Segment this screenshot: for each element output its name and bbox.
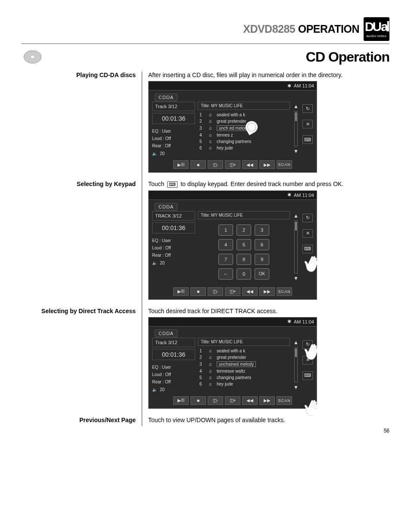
keypad-6[interactable]: 6 xyxy=(255,239,269,250)
row4-description: Touch to view UP/DOWN pages of available… xyxy=(148,417,389,423)
up-arrow-icon[interactable]: ▲ xyxy=(293,103,299,109)
mode-badge: CDDA xyxy=(155,203,177,211)
note-icon: ♫ xyxy=(207,139,213,144)
keypad-icon[interactable]: ⌨ xyxy=(302,245,313,253)
keypad-4[interactable]: 4 xyxy=(218,239,233,250)
down-arrow-icon[interactable]: ▼ xyxy=(293,384,299,390)
keypad-9[interactable]: 9 xyxy=(255,254,269,265)
clock: AM 11:04 xyxy=(294,193,314,198)
track-number: 1 xyxy=(199,112,204,117)
screenshot-cdda-list: ✱AM 11:04 CDDA Track 3/12 00:01:36 EQ : … xyxy=(148,81,317,173)
next-button[interactable]: ▶▶ xyxy=(259,396,275,405)
eq-setting: EQ : User xyxy=(152,128,195,135)
prev-button[interactable]: ◀◀ xyxy=(242,287,258,296)
stop-button[interactable]: ■ xyxy=(190,287,206,296)
prev-button[interactable]: ◀◀ xyxy=(242,160,258,169)
down-arrow-icon[interactable]: ▼ xyxy=(293,275,299,281)
keypad-inline-icon: ⌨ xyxy=(167,181,177,188)
folder-down-button[interactable]: ◫- xyxy=(208,287,223,296)
scroll-bar[interactable]: ▲▼ xyxy=(293,102,299,156)
bluetooth-icon: ✱ xyxy=(287,83,291,89)
up-arrow-icon[interactable]: ▲ xyxy=(293,339,299,345)
touch-hand-icon xyxy=(306,343,321,361)
track-number: 4 xyxy=(199,133,204,137)
touch-hand-icon xyxy=(306,255,321,273)
track-name: sealed with a k xyxy=(217,348,245,353)
repeat-icon[interactable]: ↻ xyxy=(302,214,313,222)
note-icon: ♫ xyxy=(207,112,213,117)
track-name: great pretender xyxy=(217,355,246,360)
keypad-ok[interactable]: OK xyxy=(255,268,269,280)
track-row[interactable]: 4♫tennes z xyxy=(198,132,290,138)
scan-button[interactable]: SCAN xyxy=(277,396,292,405)
keypad-icon[interactable]: ⌨ xyxy=(302,371,313,380)
track-row[interactable]: 2♫great pretender xyxy=(198,354,290,361)
shuffle-icon[interactable]: ✕ xyxy=(302,120,313,128)
note-icon: ♫ xyxy=(207,382,213,386)
page-number: 56 xyxy=(22,428,389,434)
keypad-0[interactable]: 0 xyxy=(237,268,251,280)
next-button[interactable]: ▶▶ xyxy=(259,160,275,169)
folder-down-button[interactable]: ◫- xyxy=(208,396,223,405)
track-number: 6 xyxy=(199,146,204,150)
note-icon: ♫ xyxy=(207,126,213,131)
elapsed-time: 00:01:36 xyxy=(152,222,195,233)
track-row[interactable]: 4♫tennesse waltz xyxy=(198,368,290,374)
keypad-icon[interactable]: ⌨ xyxy=(302,135,313,144)
row1-description: After inserting a CD disc, files will pl… xyxy=(148,72,389,78)
folder-up-button[interactable]: ◫+ xyxy=(225,396,240,405)
loud-setting: Loud : Off xyxy=(152,244,195,252)
cd-disc-icon xyxy=(22,48,45,65)
scan-button[interactable]: SCAN xyxy=(277,160,292,169)
note-icon: ♫ xyxy=(207,146,213,150)
track-row[interactable]: 6♫hey jude xyxy=(198,145,290,151)
track-name: sealed with a k xyxy=(217,112,245,117)
track-row[interactable]: 5♫changing partners xyxy=(198,138,290,145)
row3-description: Touch desired track for DIRECT TRACK acc… xyxy=(148,308,389,314)
scroll-bar[interactable]: ▲▼ xyxy=(293,211,299,283)
play-pause-button[interactable]: ▶/II xyxy=(173,396,189,405)
elapsed-time: 00:01:36 xyxy=(152,349,195,360)
track-name: changing partners xyxy=(217,139,251,144)
keypad-back[interactable]: ← xyxy=(218,268,233,280)
folder-down-button[interactable]: ◫- xyxy=(208,160,223,169)
stop-button[interactable]: ■ xyxy=(190,396,206,405)
prev-button[interactable]: ◀◀ xyxy=(242,396,258,405)
folder-up-button[interactable]: ◫+ xyxy=(225,160,240,169)
play-pause-button[interactable]: ▶/II xyxy=(173,287,189,296)
keypad-3[interactable]: 3 xyxy=(255,224,269,236)
track-row[interactable]: 6♫hey jude xyxy=(198,381,290,387)
track-name: tennesse waltz xyxy=(217,369,245,373)
track-row[interactable]: 2♫great pretender xyxy=(198,118,290,124)
keypad-1[interactable]: 1 xyxy=(218,224,233,236)
keypad-7[interactable]: 7 xyxy=(218,254,233,265)
folder-up-button[interactable]: ◫+ xyxy=(225,287,240,296)
track-row[interactable]: 1♫sealed with a k xyxy=(198,348,290,354)
track-number: 5 xyxy=(199,375,204,380)
row-label-prevnext: Previous/Next Page xyxy=(79,417,136,423)
loud-setting: Loud : Off xyxy=(152,371,195,378)
rear-setting: Rear : Off xyxy=(152,142,195,149)
scan-button[interactable]: SCAN xyxy=(277,287,292,296)
volume-value: 20 xyxy=(160,387,165,392)
scroll-bar[interactable]: ▲▼ xyxy=(293,338,299,392)
volume-value: 20 xyxy=(160,261,165,265)
down-arrow-icon[interactable]: ▼ xyxy=(293,148,299,154)
note-icon: ♫ xyxy=(207,355,213,360)
track-row[interactable]: 5♫changing partners xyxy=(198,374,290,381)
up-arrow-icon[interactable]: ▲ xyxy=(293,213,299,219)
keypad-2[interactable]: 2 xyxy=(237,224,251,236)
elapsed-time: 00:01:36 xyxy=(152,113,195,124)
page-header-title: XDVD8285 OPERATION xyxy=(243,23,359,35)
repeat-icon[interactable]: ↻ xyxy=(302,104,313,113)
stop-button[interactable]: ■ xyxy=(190,160,206,169)
keypad-5[interactable]: 5 xyxy=(237,239,251,250)
track-row[interactable]: 1♫sealed with a k xyxy=(198,112,290,118)
next-button[interactable]: ▶▶ xyxy=(259,287,275,296)
track-row[interactable]: 3♫unch ed melody xyxy=(198,124,290,132)
play-pause-button[interactable]: ▶/II xyxy=(173,160,189,169)
shuffle-icon[interactable]: ✕ xyxy=(302,229,313,238)
track-number: 4 xyxy=(199,369,204,373)
keypad-8[interactable]: 8 xyxy=(237,254,251,265)
track-row[interactable]: 3♫unchained melody xyxy=(198,361,290,368)
